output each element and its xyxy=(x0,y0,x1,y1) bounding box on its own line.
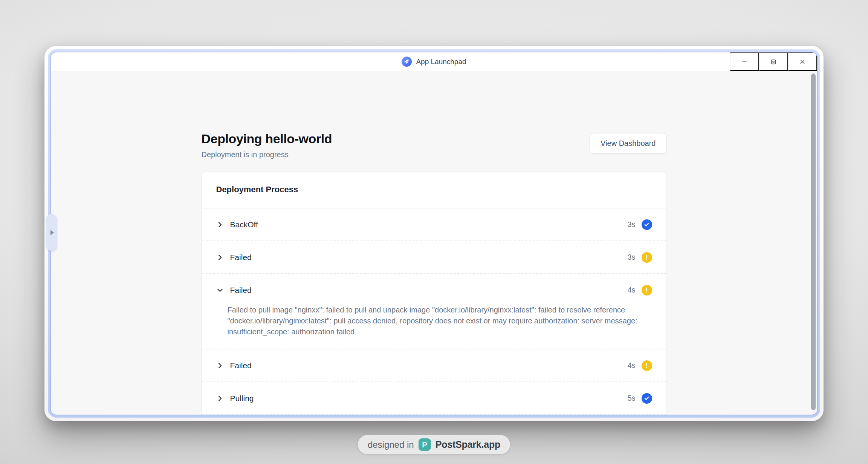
badge-prefix: designed in xyxy=(368,439,414,450)
step-label: Failed xyxy=(230,361,252,370)
page-title: Deploying hello-world xyxy=(202,132,332,146)
side-panel-handle[interactable] xyxy=(46,214,57,251)
check-icon xyxy=(644,222,649,227)
deployment-step: Failed 3s ! xyxy=(202,241,666,274)
step-detail-message: Failed to pull image "nginxx": failed to… xyxy=(202,305,666,349)
postspark-badge[interactable]: designed in P PostSpark.app xyxy=(358,435,510,454)
page-heading-block: Deploying hello-world Deployment is in p… xyxy=(202,132,332,159)
window-frame-ring: App Launchpad xyxy=(48,49,820,418)
view-dashboard-button[interactable]: View Dashboard xyxy=(590,133,666,154)
scrollbar-thumb[interactable] xyxy=(811,74,816,410)
step-row[interactable]: Pulling 5s ! xyxy=(202,382,666,414)
check-circle-icon: ! xyxy=(642,393,652,404)
maximize-button[interactable] xyxy=(759,52,788,71)
check-icon xyxy=(644,395,649,401)
step-label: Pulling xyxy=(230,394,254,403)
deployment-step: BackOff 3s ! xyxy=(202,208,666,241)
close-button[interactable] xyxy=(788,52,817,71)
deployment-steps-list: BackOff 3s ! Failed 3s ! xyxy=(202,208,666,415)
check-circle-icon: ! xyxy=(642,219,652,230)
chevron-right-icon xyxy=(216,221,224,228)
expand-arrow-icon xyxy=(50,230,54,235)
maximize-icon xyxy=(770,58,777,66)
step-row[interactable]: Failed 4s ! xyxy=(202,274,666,306)
window-content: App Launchpad xyxy=(51,52,817,415)
window-controls xyxy=(730,52,817,71)
chevron-right-icon xyxy=(216,254,224,261)
page-header: Deploying hello-world Deployment is in p… xyxy=(202,132,667,159)
step-row[interactable]: Failed 3s ! xyxy=(202,241,666,273)
page-subtitle: Deployment is in progress xyxy=(202,150,332,159)
warning-circle-icon: ! xyxy=(642,360,652,371)
rocket-icon xyxy=(402,57,412,67)
chevron-right-icon xyxy=(216,362,224,369)
warning-circle-icon: ! xyxy=(642,252,652,263)
app-window: App Launchpad xyxy=(44,46,824,421)
step-duration: 3s xyxy=(627,220,635,229)
window-viewport: Deploying hello-world Deployment is in p… xyxy=(51,71,817,415)
step-duration: 5s xyxy=(627,394,635,403)
step-label: BackOff xyxy=(230,220,258,229)
deployment-step: Failed 4s ! xyxy=(202,349,666,382)
exclamation-icon: ! xyxy=(646,362,648,369)
close-icon xyxy=(799,58,806,66)
step-row[interactable]: BackOff 3s ! xyxy=(202,208,666,240)
step-row[interactable]: Failed 4s ! xyxy=(202,349,666,381)
chevron-down-icon xyxy=(216,286,224,294)
exclamation-icon: ! xyxy=(646,287,648,294)
badge-brand: PostSpark.app xyxy=(436,439,500,450)
titlebar: App Launchpad xyxy=(51,52,817,71)
minimize-button[interactable] xyxy=(730,52,759,71)
card-title: Deployment Process xyxy=(202,172,666,208)
step-duration: 4s xyxy=(627,361,635,370)
step-duration: 4s xyxy=(627,286,635,294)
postspark-logo: P xyxy=(419,438,431,451)
warning-circle-icon: ! xyxy=(642,285,652,296)
deployment-step: Pulling 5s ! xyxy=(202,382,666,415)
chevron-right-icon xyxy=(216,395,224,402)
deployment-step: Failed 4s ! Failed to pull image "nginxx… xyxy=(202,274,666,349)
minimize-icon xyxy=(741,58,748,66)
step-label: Failed xyxy=(230,253,252,262)
exclamation-icon: ! xyxy=(646,254,648,261)
step-label: Failed xyxy=(230,286,252,295)
titlebar-title: App Launchpad xyxy=(402,57,466,67)
deployment-process-card: Deployment Process BackOff 3s ! Failed 3… xyxy=(202,172,667,415)
window-title: App Launchpad xyxy=(416,58,466,66)
step-duration: 3s xyxy=(627,253,635,262)
